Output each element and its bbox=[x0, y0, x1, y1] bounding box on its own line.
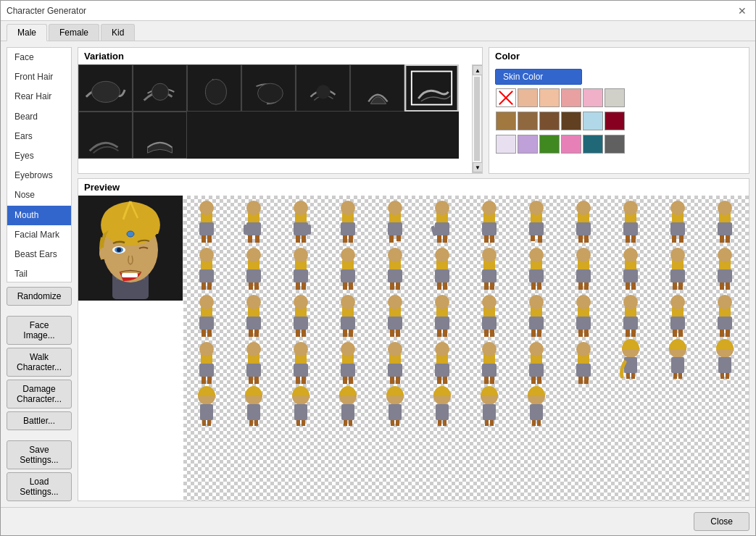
scrollbar-up-btn[interactable]: ▲ bbox=[473, 65, 482, 75]
window-title: Character Generator bbox=[7, 6, 86, 16]
sidebar-item-facial-mark[interactable]: Facial Mark bbox=[7, 225, 71, 245]
variation-thumb-6[interactable] bbox=[350, 64, 404, 112]
save-settings-button[interactable]: Save Settings... bbox=[7, 440, 72, 469]
svg-rect-242 bbox=[484, 377, 489, 384]
sprite-52 bbox=[325, 384, 372, 431]
preview-face-portrait bbox=[78, 196, 183, 301]
svg-rect-87 bbox=[720, 235, 724, 243]
svg-point-185 bbox=[529, 295, 544, 309]
svg-rect-282 bbox=[302, 420, 305, 426]
variation-thumb-7[interactable] bbox=[404, 64, 459, 112]
color-swatch-none[interactable] bbox=[496, 88, 516, 107]
color-swatch-16[interactable] bbox=[583, 135, 603, 154]
color-swatches-row3 bbox=[495, 134, 743, 154]
svg-rect-267 bbox=[726, 373, 729, 379]
svg-rect-301 bbox=[485, 420, 489, 426]
color-swatch-17[interactable] bbox=[605, 135, 625, 154]
sidebar-item-beard[interactable]: Beard bbox=[7, 107, 71, 127]
svg-rect-212 bbox=[202, 377, 206, 384]
sidebar-item-eyes[interactable]: Eyes bbox=[7, 146, 71, 166]
color-swatch-2[interactable] bbox=[539, 88, 560, 107]
svg-rect-291 bbox=[391, 420, 394, 426]
variation-thumb-2[interactable] bbox=[133, 64, 187, 112]
svg-rect-45 bbox=[341, 222, 355, 235]
variation-thumb-1[interactable] bbox=[78, 64, 133, 112]
svg-rect-142 bbox=[673, 282, 677, 290]
color-swatch-9[interactable] bbox=[561, 112, 581, 130]
damage-character-button[interactable]: Damage Character... bbox=[7, 380, 72, 409]
svg-point-125 bbox=[529, 248, 544, 262]
svg-rect-187 bbox=[531, 330, 536, 337]
preview-title: Preview bbox=[78, 179, 749, 196]
scrollbar-down-btn[interactable]: ▼ bbox=[473, 162, 482, 172]
sidebar-item-ears[interactable]: Ears bbox=[7, 127, 71, 146]
color-swatch-4[interactable] bbox=[583, 88, 603, 107]
sidebar-item-mouth[interactable]: Mouth bbox=[7, 206, 71, 225]
sidebar-item-nose[interactable]: Nose bbox=[7, 185, 71, 205]
color-swatch-3[interactable] bbox=[561, 88, 581, 107]
color-swatch-12[interactable] bbox=[496, 135, 516, 154]
variation-thumb-4[interactable] bbox=[241, 64, 296, 112]
sprite-6 bbox=[419, 196, 466, 243]
color-swatch-6[interactable] bbox=[496, 112, 516, 130]
svg-rect-117 bbox=[437, 282, 441, 290]
sprite-41 bbox=[372, 337, 419, 384]
svg-rect-302 bbox=[490, 420, 494, 426]
svg-rect-76 bbox=[623, 222, 638, 235]
sidebar-item-eyebrows[interactable]: Eyebrows bbox=[7, 166, 71, 185]
walk-character-button[interactable]: Walk Character... bbox=[7, 348, 72, 377]
color-swatch-8[interactable] bbox=[539, 112, 560, 130]
color-swatch-10[interactable] bbox=[583, 112, 603, 130]
close-button[interactable]: Close bbox=[694, 512, 749, 531]
sprite-38 bbox=[230, 337, 278, 384]
main-window: Character Generator ✕ Male Female Kid Fa… bbox=[0, 0, 756, 536]
scrollbar-thumb[interactable] bbox=[474, 77, 480, 161]
variation-scrollbar[interactable]: ▲ ▼ bbox=[472, 64, 482, 173]
svg-rect-277 bbox=[254, 420, 258, 426]
color-swatch-5[interactable] bbox=[605, 88, 625, 107]
svg-rect-152 bbox=[202, 330, 206, 337]
variation-thumb-5[interactable] bbox=[296, 64, 350, 112]
color-swatch-11[interactable] bbox=[605, 112, 625, 130]
svg-rect-13 bbox=[79, 112, 132, 158]
svg-rect-158 bbox=[254, 330, 259, 337]
svg-rect-81 bbox=[670, 222, 685, 235]
svg-point-195 bbox=[623, 295, 638, 309]
sidebar-item-face[interactable]: Face bbox=[7, 48, 71, 67]
color-swatch-14[interactable] bbox=[539, 135, 560, 154]
sidebar-item-tail[interactable]: Tail bbox=[7, 264, 71, 282]
svg-point-95 bbox=[246, 248, 261, 262]
svg-rect-198 bbox=[631, 330, 636, 337]
svg-rect-287 bbox=[349, 420, 352, 426]
svg-point-49 bbox=[388, 201, 402, 215]
load-settings-button[interactable]: Load Settings... bbox=[7, 472, 72, 501]
tab-kid[interactable]: Kid bbox=[101, 24, 135, 41]
sidebar-item-beast-ears[interactable]: Beast Ears bbox=[7, 245, 71, 264]
variation-thumb-9[interactable] bbox=[133, 112, 187, 159]
sidebar-item-front-hair[interactable]: Front Hair bbox=[7, 67, 71, 87]
window-close-button[interactable]: ✕ bbox=[735, 4, 749, 18]
skin-color-category[interactable]: Skin Color bbox=[495, 69, 582, 85]
color-panel: Color Skin Color bbox=[489, 47, 749, 174]
color-swatch-7[interactable] bbox=[518, 112, 538, 130]
color-swatch-13[interactable] bbox=[518, 135, 538, 154]
svg-rect-40 bbox=[296, 235, 300, 243]
svg-rect-147 bbox=[720, 282, 724, 290]
variation-thumb-3[interactable] bbox=[187, 64, 241, 112]
face-image-button[interactable]: Face Image... bbox=[7, 316, 72, 345]
randomize-button[interactable]: Randomize bbox=[7, 287, 72, 306]
sprite-47 bbox=[655, 337, 702, 384]
svg-rect-146 bbox=[718, 269, 732, 282]
sprite-7 bbox=[466, 196, 513, 243]
svg-point-155 bbox=[246, 295, 261, 309]
svg-rect-73 bbox=[584, 235, 589, 243]
tab-male[interactable]: Male bbox=[7, 24, 47, 41]
sidebar-item-rear-hair[interactable]: Rear Hair bbox=[7, 87, 71, 106]
variation-thumb-8[interactable] bbox=[78, 112, 133, 159]
main-content: Face Front Hair Rear Hair Beard Ears Eye… bbox=[1, 41, 755, 507]
color-swatch-15[interactable] bbox=[561, 135, 581, 154]
battler-button[interactable]: Battler... bbox=[7, 411, 72, 430]
tab-female[interactable]: Female bbox=[49, 24, 99, 41]
svg-rect-148 bbox=[726, 282, 730, 290]
color-swatch-1[interactable] bbox=[518, 88, 538, 107]
